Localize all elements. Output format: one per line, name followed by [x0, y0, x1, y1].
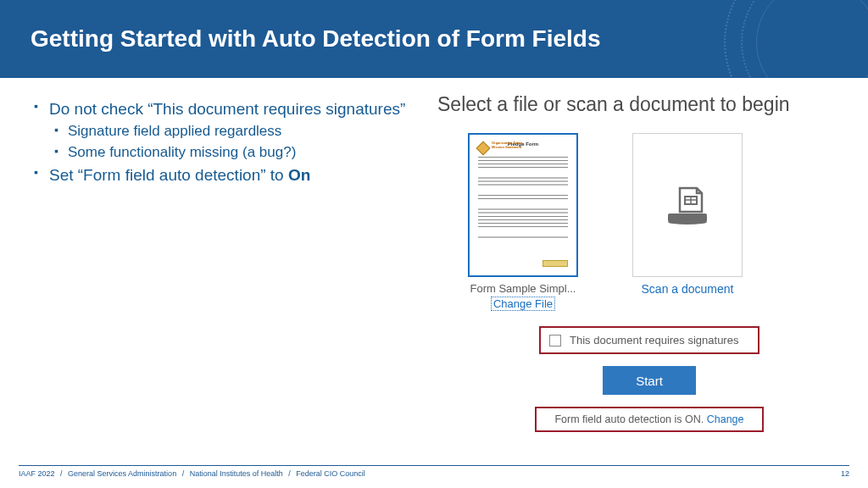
file-thumbnail: Organization NameMission Statement Pledg…: [468, 133, 578, 277]
signatures-checkbox-row[interactable]: This document requires signatures: [539, 326, 760, 354]
footer: IAAF 2022 / General Services Administrat…: [19, 465, 849, 478]
body-region: Do not check “This document requires sig…: [0, 78, 868, 449]
file-tile[interactable]: Organization NameMission Statement Pledg…: [459, 133, 587, 311]
scan-box: [632, 133, 743, 277]
auto-detection-change-link[interactable]: Change: [707, 413, 744, 425]
seal-decoration: [724, 0, 868, 78]
bullet-1: Do not check “This document requires sig…: [31, 98, 424, 120]
footer-org3: Federal CIO Council: [296, 469, 365, 478]
svg-point-1: [668, 219, 707, 225]
bullet-2-bold: On: [288, 166, 310, 184]
scanner-icon: [665, 185, 710, 225]
slide: Getting Started with Auto Detection of F…: [0, 0, 868, 488]
tile-row: Organization NameMission Statement Pledg…: [459, 133, 861, 311]
auto-detection-text: Form field auto detection is ON.: [554, 413, 706, 425]
bullet-2: Set “Form field auto detection” to On: [31, 164, 424, 186]
footer-org2: National Institutes of Health: [190, 469, 283, 478]
bullet-1-sub-2: Some functionality missing (a bug?): [51, 143, 424, 163]
scan-tile[interactable]: Scan a document: [624, 133, 751, 311]
bullet-2-text: Set “Form field auto detection” to: [49, 166, 288, 184]
footer-conf: IAAF 2022: [19, 469, 55, 478]
bullet-1-sub-1: Signature field applied regardless: [51, 122, 424, 141]
doc-tag: Organization NameMission Statement: [492, 141, 522, 150]
footer-text: IAAF 2022 / General Services Administrat…: [19, 469, 365, 478]
start-button[interactable]: Start: [603, 366, 696, 395]
file-label: Form Sample Simpl...: [470, 282, 576, 295]
panel-title: Select a file or scan a document to begi…: [437, 93, 861, 116]
bullet-column: Do not check “This document requires sig…: [31, 98, 424, 449]
change-file-link[interactable]: Change File: [491, 297, 555, 311]
header-bar: Getting Started with Auto Detection of F…: [0, 0, 868, 78]
auto-detection-row: Form field auto detection is ON. Change: [535, 407, 764, 432]
footer-org1: General Services Administration: [68, 469, 176, 478]
signatures-checkbox-label: This document requires signatures: [570, 334, 738, 347]
checkbox-icon[interactable]: [549, 335, 561, 347]
screenshot-panel: Select a file or scan a document to begi…: [437, 93, 861, 449]
scan-label: Scan a document: [642, 282, 734, 296]
page-number: 12: [841, 469, 849, 478]
